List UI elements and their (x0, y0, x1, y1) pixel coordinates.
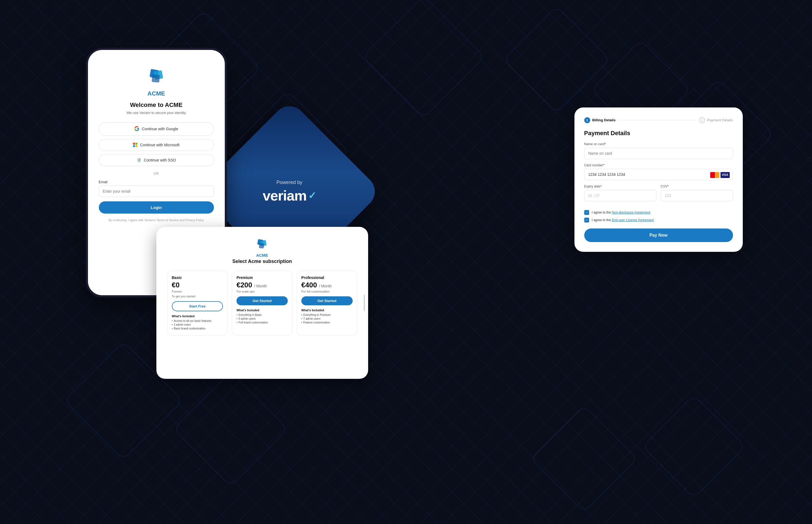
email-input[interactable] (99, 185, 214, 197)
main-container: ACME Welcome to ACME We use Veriam to se… (53, 32, 759, 493)
or-divider: OR (154, 171, 159, 176)
subscription-brand-name: ACME (256, 253, 268, 258)
nda-checkbox[interactable]: ✓ (584, 210, 589, 215)
plan-premium: Premium €200 / Month For scale ups Get S… (232, 271, 292, 335)
veriam-content: Powered by veriam ✓ (262, 179, 316, 203)
plan-basic-whats-included: What's Included (172, 314, 223, 318)
pay-now-button[interactable]: Pay Now (584, 229, 733, 242)
cvv-field-group: CVV* (661, 184, 733, 206)
eula-link[interactable]: End-user License Agreement (612, 218, 654, 222)
login-button[interactable]: Login (99, 201, 214, 214)
plan-premium-feature-1: Everything in Basic (237, 313, 288, 316)
plan-basic-features: Access to all our basic features 2 admin… (172, 320, 223, 330)
step-billing-circle: 1 (584, 117, 590, 123)
plan-basic-name: Basic (172, 275, 223, 280)
steps-header: 1 Billing Details 2 Payment Details (584, 117, 733, 123)
eula-checkbox[interactable]: ✓ (584, 218, 589, 223)
expiry-field-group: Expiry date* (584, 184, 656, 206)
card-brand-icons: VISA (710, 172, 730, 178)
mastercard-icon (710, 172, 719, 178)
cvv-label: CVV* (661, 184, 733, 188)
cvv-input[interactable] (661, 190, 733, 201)
nda-label: I agree to the Non-disclosure Agreement (592, 211, 650, 214)
veriam-logo: veriam ✓ (262, 187, 316, 203)
name-required-star: * (605, 142, 606, 146)
terms-text: By continuing, I agree with Veriam's Ter… (109, 218, 204, 223)
plan-professional-desc: For full customization (301, 290, 353, 293)
sso-login-button[interactable]: 🛡️ Continue with SSO (99, 154, 214, 166)
plan-basic-button[interactable]: Start Free (172, 301, 223, 311)
payment-title: Payment Details (584, 130, 733, 137)
expiry-label: Expiry date* (584, 184, 656, 188)
visa-icon: VISA (720, 172, 730, 178)
veriam-checkmark-icon: ✓ (308, 190, 316, 201)
acme-brand-name: ACME (147, 90, 165, 97)
microsoft-btn-label: Continue with Microsoft (140, 143, 180, 147)
plan-professional-name: Professional (301, 275, 353, 280)
subscription-acme-logo (256, 238, 269, 251)
microsoft-login-button[interactable]: Continue with Microsoft (99, 139, 214, 151)
expiry-input[interactable] (584, 190, 656, 201)
plan-premium-button[interactable]: Get Started (237, 296, 288, 305)
google-btn-label: Continue with Google (142, 127, 178, 131)
microsoft-icon (133, 143, 137, 147)
eula-label: I agree to the End-user License Agreemen… (592, 218, 654, 222)
step-payment-circle: 2 (699, 117, 705, 123)
expiry-required-star: * (601, 184, 602, 188)
plan-premium-feature-3: Full brand customization (237, 321, 288, 324)
eula-checkbox-row: ✓ I agree to the End-user License Agreem… (584, 218, 733, 223)
scrollbar[interactable] (364, 295, 365, 311)
step-payment-label: Payment Details (707, 118, 733, 122)
plan-professional-feature-3: Feature customization (301, 321, 353, 324)
subscription-title: Select Acme subscription (232, 259, 292, 264)
plan-professional-feature-2: 7 admin users (301, 317, 353, 320)
plan-premium-name: Premium (237, 275, 288, 280)
google-login-button[interactable]: Continue with Google (99, 122, 214, 136)
step-payment: 2 Payment Details (699, 117, 733, 123)
plan-basic: Basic €0 Forever To get you started Star… (167, 271, 228, 335)
plan-professional-features: Everything in Premium 7 admin users Feat… (301, 313, 353, 324)
subscription-header: ACME Select Acme subscription (167, 238, 357, 264)
plan-basic-desc: To get you started (172, 295, 223, 298)
plan-premium-features: Everything in Basic 5 admin users Full b… (237, 313, 288, 324)
plan-premium-price: €200 / Month (237, 281, 288, 289)
card-number-field: VISA (584, 169, 733, 184)
plan-basic-price: €0 (172, 281, 223, 289)
plan-premium-feature-2: 5 admin users (237, 317, 288, 320)
plan-basic-feature-2: 2 admin users (172, 323, 223, 326)
plan-professional: Professional €400 / Month For full custo… (297, 271, 357, 335)
card-number-label: Card number* (584, 163, 733, 167)
cvv-required-star: * (667, 184, 669, 188)
subscription-card: ACME Select Acme subscription Basic €0 F… (156, 227, 368, 379)
plan-basic-feature-1: Access to all our basic features (172, 320, 223, 322)
name-on-card-label: Name on card* (584, 142, 733, 146)
plan-premium-whats-included: What's Included (237, 309, 288, 312)
nda-link[interactable]: Non-disclosure Agreement (612, 211, 650, 214)
plan-professional-whats-included: What's Included (301, 309, 353, 312)
name-on-card-input[interactable] (584, 148, 733, 159)
svg-rect-5 (259, 243, 264, 249)
plan-premium-desc: For scale ups (237, 290, 288, 293)
svg-rect-2 (151, 75, 160, 82)
plan-professional-price: €400 / Month (301, 281, 353, 289)
sso-icon: 🛡️ (136, 158, 141, 162)
expiry-cvv-row: Expiry date* CVV* (584, 184, 733, 206)
sso-btn-label: Continue with SSO (144, 158, 176, 162)
plans-container: Basic €0 Forever To get you started Star… (167, 271, 357, 335)
email-label: Email (99, 180, 214, 184)
welcome-title: Welcome to ACME (130, 101, 182, 109)
step-billing-label: Billing Details (592, 118, 616, 122)
acme-logo (146, 66, 167, 88)
plan-professional-button[interactable]: Get Started (301, 296, 353, 305)
plan-basic-period: Forever (172, 290, 223, 293)
welcome-subtitle: We use Veriam to secure your identity (127, 111, 186, 115)
powered-by-text: Powered by (262, 179, 316, 185)
step-billing: 1 Billing Details (584, 117, 616, 123)
card-required-star: * (603, 163, 605, 167)
payment-card: 1 Billing Details 2 Payment Details Paym… (574, 108, 743, 252)
plan-professional-feature-1: Everything in Premium (301, 313, 353, 316)
plan-basic-feature-3: Basic brand customization (172, 327, 223, 330)
google-icon (134, 126, 139, 132)
nda-checkbox-row: ✓ I agree to the Non-disclosure Agreemen… (584, 210, 733, 215)
